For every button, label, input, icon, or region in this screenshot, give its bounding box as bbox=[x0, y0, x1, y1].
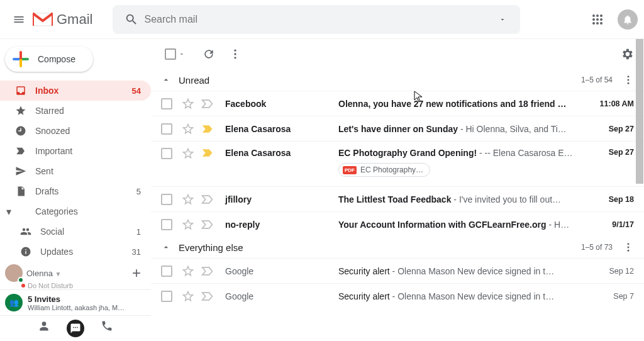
svg-point-9 bbox=[600, 22, 602, 25]
nav-label: Inbox bbox=[35, 86, 132, 96]
subject: Security alert - Olenna Mason New device… bbox=[338, 266, 584, 276]
sender: Elena Casarosa bbox=[225, 148, 338, 158]
hangouts-phone-tab[interactable] bbox=[101, 320, 113, 337]
nav-starred[interactable]: Starred bbox=[0, 101, 151, 121]
important-marker[interactable] bbox=[201, 124, 214, 134]
nav-social[interactable]: Social 1 bbox=[0, 221, 151, 242]
nav-drafts[interactable]: Drafts 5 bbox=[0, 181, 151, 201]
nav-count: 54 bbox=[132, 86, 141, 96]
gmail-logo[interactable]: Gmail bbox=[33, 11, 92, 28]
subject: Let's have dinner on Sunday - Hi Olenna,… bbox=[338, 124, 584, 134]
svg-point-13 bbox=[628, 75, 630, 77]
star-button[interactable] bbox=[182, 98, 194, 109]
settings-button[interactable] bbox=[620, 47, 634, 61]
sidebar: Compose Inbox 54 Starred Snoozed Importa… bbox=[0, 39, 151, 341]
hangouts-user-row[interactable]: Olenna ▼ + bbox=[0, 262, 151, 283]
star-button[interactable] bbox=[182, 194, 194, 205]
more-button[interactable] bbox=[229, 48, 242, 60]
row-checkbox[interactable] bbox=[161, 219, 172, 230]
subject: Your Account Information with GCFLearnFr… bbox=[338, 220, 584, 230]
sender: Facebook bbox=[225, 99, 338, 109]
important-marker[interactable] bbox=[201, 220, 214, 230]
hamburger-menu-button[interactable] bbox=[6, 7, 31, 32]
chat-icon bbox=[70, 323, 81, 334]
star-button[interactable] bbox=[182, 291, 194, 302]
important-marker[interactable] bbox=[201, 266, 214, 276]
chevron-up-icon bbox=[161, 242, 171, 252]
mail-list-pane: Unread 1–5 of 54 FacebookOlenna, you hav… bbox=[151, 39, 644, 341]
hangouts-chat-tab[interactable] bbox=[67, 320, 84, 337]
caret-down-icon: ▼ bbox=[55, 271, 62, 277]
email-row[interactable]: GoogleSecurity alert - Olenna Mason New … bbox=[151, 258, 644, 283]
section-range: 1–5 of 54 bbox=[581, 75, 613, 84]
email-row[interactable]: no-replyYour Account Information with GC… bbox=[151, 211, 644, 237]
star-button[interactable] bbox=[182, 148, 194, 159]
section-more-button[interactable] bbox=[623, 74, 634, 86]
section-else-header[interactable]: Everything else 1–5 of 73 bbox=[151, 237, 644, 258]
svg-point-8 bbox=[596, 22, 599, 25]
section-unread-header[interactable]: Unread 1–5 of 54 bbox=[151, 69, 644, 91]
section-title: Everything else bbox=[179, 242, 243, 253]
important-marker[interactable] bbox=[201, 148, 214, 158]
svg-point-3 bbox=[600, 14, 602, 17]
caret-down-icon: ▾ bbox=[6, 206, 15, 218]
svg-point-15 bbox=[628, 82, 630, 84]
email-row[interactable]: Elena CasarosaLet's have dinner on Sunda… bbox=[151, 116, 644, 141]
nav-inbox[interactable]: Inbox 54 bbox=[0, 81, 151, 101]
search-input[interactable] bbox=[144, 14, 491, 25]
pdf-icon: PDF bbox=[343, 166, 357, 174]
scrollbar-thumb[interactable] bbox=[636, 39, 643, 184]
row-checkbox[interactable] bbox=[161, 123, 172, 135]
section-more-button[interactable] bbox=[623, 242, 634, 253]
email-row[interactable]: FacebookOlenna, you have 27 new notifica… bbox=[151, 91, 644, 116]
notifications-button[interactable] bbox=[618, 9, 638, 30]
date: Sep 27 bbox=[584, 125, 634, 133]
nav-snoozed[interactable]: Snoozed bbox=[0, 121, 151, 141]
row-checkbox[interactable] bbox=[161, 148, 172, 159]
subject: Security alert - Olenna Mason New device… bbox=[338, 291, 584, 301]
row-checkbox[interactable] bbox=[161, 194, 172, 205]
important-marker[interactable] bbox=[201, 194, 214, 204]
email-row[interactable]: jfilloryThe Littlest Toad Feedback - I'v… bbox=[151, 186, 644, 211]
svg-point-16 bbox=[628, 243, 630, 245]
important-marker[interactable] bbox=[201, 291, 214, 301]
google-apps-button[interactable] bbox=[585, 7, 610, 32]
email-row[interactable]: Elena CasarosaEC Photography Grand Openi… bbox=[151, 141, 644, 186]
select-all-checkbox[interactable] bbox=[165, 48, 176, 60]
svg-point-6 bbox=[600, 18, 602, 21]
row-checkbox[interactable] bbox=[161, 266, 172, 277]
attachment-chip[interactable]: PDFEC Photography… bbox=[338, 163, 430, 177]
row-checkbox[interactable] bbox=[161, 98, 172, 109]
svg-point-10 bbox=[234, 50, 236, 52]
apps-grid-icon bbox=[592, 14, 603, 25]
row-checkbox[interactable] bbox=[161, 291, 172, 302]
nav-categories[interactable]: ▾ Categories bbox=[0, 201, 151, 221]
inbox-icon bbox=[15, 85, 35, 96]
email-row[interactable]: GoogleSecurity alert - Olenna Mason New … bbox=[151, 283, 644, 308]
select-dropdown[interactable] bbox=[179, 51, 185, 57]
svg-point-5 bbox=[596, 18, 599, 21]
compose-button[interactable]: Compose bbox=[5, 47, 93, 72]
svg-point-14 bbox=[628, 79, 630, 81]
hangouts-tabs bbox=[0, 315, 151, 341]
nav-updates[interactable]: Updates 31 bbox=[0, 242, 151, 262]
nav-sent[interactable]: Sent bbox=[0, 161, 151, 181]
search-icon bbox=[119, 13, 144, 26]
sender: jfillory bbox=[225, 194, 338, 204]
svg-point-1 bbox=[592, 14, 595, 17]
nav-important[interactable]: Important bbox=[0, 141, 151, 161]
star-button[interactable] bbox=[182, 219, 194, 230]
subject: The Littlest Toad Feedback - I've invite… bbox=[338, 194, 584, 204]
important-marker[interactable] bbox=[201, 99, 214, 109]
star-button[interactable] bbox=[182, 123, 194, 135]
star-button[interactable] bbox=[182, 266, 194, 277]
hangouts-invites[interactable]: 👥 5 Invites William Lintott, aakash jha,… bbox=[0, 289, 151, 315]
search-bar[interactable] bbox=[113, 5, 520, 34]
refresh-button[interactable] bbox=[203, 48, 215, 60]
gmail-wordmark: Gmail bbox=[57, 11, 92, 28]
search-options-dropdown[interactable] bbox=[491, 16, 514, 23]
hangouts-new-conversation-button[interactable]: + bbox=[132, 264, 146, 282]
sender: Google bbox=[225, 266, 338, 276]
hangouts-contacts-tab[interactable] bbox=[38, 320, 50, 337]
toolbar bbox=[151, 39, 644, 69]
